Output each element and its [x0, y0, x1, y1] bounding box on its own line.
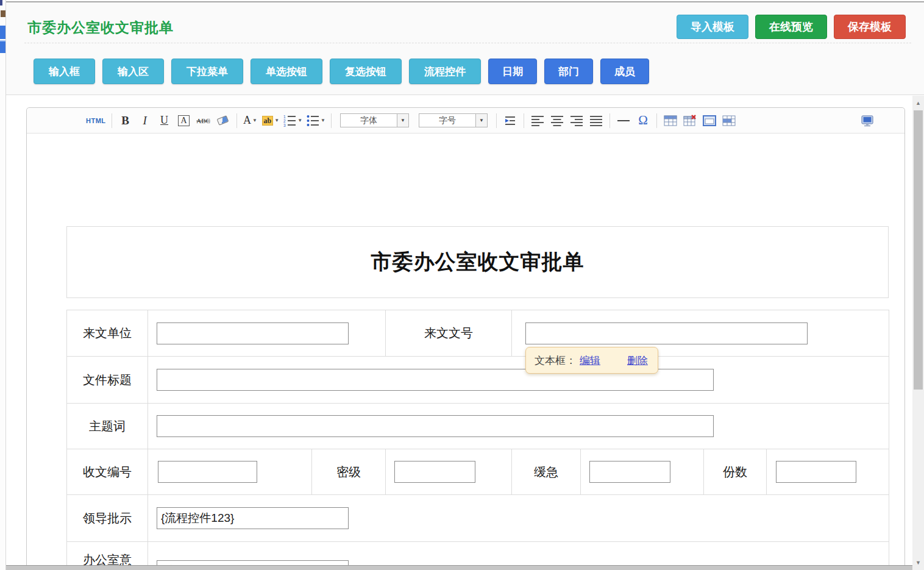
copies-count-input[interactable]	[776, 461, 856, 483]
scroll-up-arrow-icon[interactable]: ▲	[912, 98, 924, 108]
widget-radio-button[interactable]: 单选按钮	[251, 59, 322, 84]
form-title: 市委办公室收文审批单	[371, 248, 585, 276]
edge-fragment	[1, 10, 5, 17]
label-subject-words: 主题词	[67, 404, 148, 449]
chevron-down-icon: ▼	[297, 118, 302, 123]
cell	[148, 357, 889, 404]
label-document-title: 文件标题	[67, 357, 148, 404]
urgency-input[interactable]	[589, 461, 670, 483]
import-template-button[interactable]: 导入模板	[677, 15, 748, 39]
header-actions: 导入模板 在线预览 保存模板	[670, 15, 906, 39]
font-border-button[interactable]: A	[176, 113, 192, 129]
toolbar-separator	[496, 113, 497, 128]
eraser-icon	[217, 115, 229, 126]
justify-button[interactable]	[588, 113, 604, 129]
chevron-down-icon[interactable]: ▼	[475, 114, 487, 127]
delete-table-button[interactable]	[682, 113, 698, 129]
widget-date-button[interactable]: 日期	[488, 59, 537, 84]
font-size-select[interactable]: 字号 ▼	[419, 113, 488, 127]
edge-fragment	[0, 26, 5, 39]
toolbar-separator	[331, 113, 332, 128]
indent-button[interactable]	[502, 113, 518, 129]
subject-words-input[interactable]	[157, 415, 714, 437]
italic-button[interactable]: I	[137, 113, 153, 129]
toolbar-separator	[236, 113, 237, 128]
align-center-button[interactable]	[549, 113, 565, 129]
leader-instructions-input[interactable]	[157, 507, 349, 529]
editor-toolbar: HTML B I U A ABC A ▼ ab ▼	[27, 108, 904, 134]
edge-fragment	[0, 0, 2, 5]
toolbar-separator	[609, 113, 610, 128]
align-center-icon	[550, 114, 564, 127]
cell-properties-icon	[722, 114, 736, 127]
unordered-list-button[interactable]: ▼	[306, 113, 325, 129]
widget-dropdown-button[interactable]: 下拉菜单	[171, 59, 243, 84]
font-color-button[interactable]: A ▼	[243, 113, 258, 129]
main-area: HTML B I U A ABC A ▼ ab ▼	[6, 96, 912, 570]
ordered-list-button[interactable]: 1 2 3 ▼	[283, 113, 302, 129]
font-family-select[interactable]: 字体 ▼	[340, 113, 409, 127]
font-border-icon: A	[178, 115, 189, 126]
delete-link[interactable]: 删除	[627, 354, 648, 368]
scroll-down-arrow-icon[interactable]: ▼	[912, 558, 924, 568]
table-properties-button[interactable]	[702, 113, 717, 129]
cell	[386, 449, 512, 495]
vertical-scrollbar[interactable]: ▲ ▼	[912, 96, 924, 570]
table-row: 来文单位 来文文号	[67, 310, 889, 357]
widget-input-area-button[interactable]: 输入区	[102, 59, 164, 84]
widget-department-button[interactable]: 部门	[544, 59, 593, 84]
special-char-button[interactable]: Ω	[635, 113, 651, 129]
widget-action-tooltip: 文本框： 编辑 删除	[525, 347, 658, 374]
label-secrecy-level: 密级	[312, 449, 386, 495]
online-preview-button[interactable]: 在线预览	[755, 15, 827, 39]
align-left-button[interactable]	[530, 113, 546, 129]
toolbar-separator	[112, 113, 112, 128]
insert-table-icon	[663, 114, 678, 127]
align-right-button[interactable]	[569, 113, 585, 129]
fullscreen-button[interactable]	[859, 113, 875, 129]
highlight-color-button[interactable]: ab ▼	[262, 113, 280, 129]
header-divider	[24, 43, 911, 43]
widget-input-box-button[interactable]: 输入框	[34, 59, 95, 84]
incoming-unit-input[interactable]	[157, 322, 349, 344]
ordered-list-icon: 1 2 3	[283, 114, 296, 127]
chevron-down-icon[interactable]: ▼	[397, 114, 408, 127]
bold-button[interactable]: B	[118, 113, 133, 129]
cell-properties-button[interactable]	[721, 113, 737, 129]
header: 市委办公室收文审批单 导入模板 在线预览 保存模板 输入框 输入区 下拉菜单 单…	[6, 2, 924, 95]
svg-text:2: 2	[283, 119, 286, 123]
label-incoming-unit: 来文单位	[67, 310, 148, 357]
underline-button[interactable]: U	[157, 113, 172, 129]
table-properties-icon	[702, 114, 717, 127]
table-row: 主题词	[67, 404, 889, 449]
font-color-icon: A	[243, 114, 251, 127]
insert-table-button[interactable]	[663, 113, 678, 129]
widget-checkbox-button[interactable]: 复选按钮	[330, 59, 402, 84]
cell	[581, 449, 704, 495]
chevron-down-icon: ▼	[274, 118, 279, 123]
save-template-button[interactable]: 保存模板	[834, 15, 906, 39]
strikethrough-button[interactable]: ABC	[196, 113, 211, 129]
incoming-doc-number-input[interactable]	[525, 322, 808, 344]
cell	[767, 449, 889, 495]
scrollbar-thumb[interactable]	[914, 110, 923, 390]
horizontal-rule-button[interactable]	[616, 113, 631, 129]
form-title-cell[interactable]: 市委办公室收文审批单	[66, 226, 889, 298]
receipt-number-input[interactable]	[158, 461, 257, 483]
page-title: 市委办公室收文审批单	[27, 18, 174, 37]
toolbar-separator	[656, 113, 657, 128]
widget-member-button[interactable]: 成员	[600, 59, 649, 84]
align-left-icon	[530, 114, 545, 127]
background-window-edge	[0, 0, 6, 570]
indent-icon	[503, 114, 517, 127]
remove-format-button[interactable]	[215, 113, 231, 129]
label-leader-instructions: 领导批示	[67, 495, 148, 542]
chevron-down-icon: ▼	[321, 118, 325, 123]
html-source-button[interactable]: HTML	[86, 113, 106, 129]
widget-flow-control-button[interactable]: 流程控件	[409, 59, 481, 84]
secrecy-level-input[interactable]	[394, 461, 475, 483]
font-family-value: 字体	[341, 114, 397, 127]
edit-link[interactable]: 编辑	[580, 354, 600, 368]
horizontal-rule-icon	[617, 120, 630, 121]
chevron-down-icon: ▼	[252, 118, 257, 123]
